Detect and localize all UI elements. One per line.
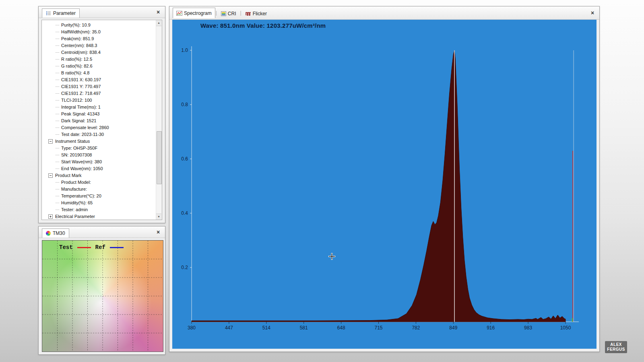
tab-label: CRI (228, 11, 236, 16)
tree-item[interactable]: R ratio(%): 12.5 (43, 56, 155, 63)
svg-text:983: 983 (524, 325, 532, 331)
tree-scrollbar[interactable]: ▲ ▼ (156, 20, 162, 220)
tree-item[interactable]: Test date: 2023-11-30 (43, 131, 155, 138)
tab-label: Parameter (53, 10, 76, 16)
cri-icon (221, 11, 226, 16)
collapse-icon[interactable] (48, 139, 53, 144)
svg-text:581: 581 (300, 325, 308, 331)
svg-text:514: 514 (262, 325, 270, 331)
svg-text:648: 648 (337, 325, 345, 331)
tree-item[interactable]: Peak(nm): 851.9 (43, 35, 155, 42)
tree-connector (56, 93, 59, 94)
scroll-up-icon[interactable]: ▲ (156, 20, 161, 26)
tree-item[interactable]: Integral Time(ms): 1 (43, 104, 155, 111)
tree-item[interactable]: Humidity(%): 65 (43, 200, 155, 206)
tree-label: SN: 201907308 (61, 152, 92, 158)
close-icon[interactable]: × (589, 10, 596, 16)
tab-tm30[interactable]: TM30 (42, 228, 69, 238)
svg-text:0.2: 0.2 (181, 265, 188, 270)
tree-item[interactable]: End Wave(nm): 1050 (43, 165, 155, 172)
tree-item[interactable]: B ratio(%): 4.8 (43, 70, 155, 76)
crosshair-cursor (328, 253, 335, 260)
tree-item[interactable]: HalfWidth(nm): 35.0 (43, 29, 155, 35)
tab-parameter[interactable]: Parameter (42, 8, 80, 18)
tree-connector (56, 32, 59, 32)
tree-connector (56, 107, 59, 107)
tree-label: Center(nm): 848.3 (61, 42, 97, 49)
tree-item[interactable]: Temperature(°C): 20 (43, 193, 155, 200)
tab-separator: | (240, 10, 242, 16)
collapse-icon[interactable] (48, 173, 53, 178)
tree-item[interactable]: Center(nm): 848.3 (43, 42, 155, 49)
tree-connector (56, 66, 59, 66)
tree-label: Purity(%): 10.9 (61, 22, 91, 29)
expand-icon[interactable] (48, 214, 53, 219)
tree-connector (56, 114, 59, 114)
tree-label: Tester: admin (61, 206, 88, 213)
tm30-legend: TestRef (59, 244, 124, 251)
tree-connector (56, 196, 59, 196)
tree-connector (56, 25, 59, 25)
tab-flicker[interactable]: Flicker (242, 9, 270, 18)
tree-item[interactable]: CIE1931 Z: 718.497 (43, 90, 155, 97)
tree-node[interactable]: Electrical Parameter (43, 213, 155, 220)
tree-label: R ratio(%): 12.5 (61, 56, 92, 63)
watermark-badge: ALEX FERGUS (605, 341, 627, 353)
tree-connector (56, 182, 59, 183)
tree-label: B ratio(%): 4.8 (61, 70, 89, 76)
tree-connector (56, 210, 59, 210)
tree-node[interactable]: Product Mark (43, 172, 155, 179)
tree-item[interactable]: Centroid(nm): 838.4 (43, 49, 155, 56)
tree-item[interactable]: Peak Signal: 41343 (43, 111, 155, 117)
tree-item[interactable]: Type: OHSP-350F (43, 145, 155, 152)
tab-label: Spectrogram (184, 10, 212, 16)
legend-label-test: Test (59, 244, 73, 251)
tm30-color-wheel-icon (46, 231, 51, 236)
tree-label: CIE1931 Y: 770.497 (61, 83, 101, 90)
app-window: Parameter × Purity(%): 10.9HalfWidth(nm)… (0, 0, 644, 362)
tree-label: TLCI-2012: 100 (61, 97, 92, 104)
tree-item[interactable]: CIE1931 X: 630.197 (43, 76, 155, 83)
tree-connector (56, 121, 59, 121)
scroll-down-icon[interactable]: ▼ (156, 214, 161, 220)
legend-label-ref: Ref (95, 244, 105, 251)
parameter-icon (46, 11, 51, 16)
legend-line-ref (110, 247, 124, 248)
svg-text:916: 916 (487, 325, 495, 331)
tree-connector (56, 73, 59, 73)
tree-label: Centroid(nm): 838.4 (61, 49, 101, 56)
tree-item[interactable]: Manufacture: (43, 186, 155, 193)
scrollbar-thumb[interactable] (157, 131, 162, 184)
tree-item[interactable]: SN: 201907308 (43, 152, 155, 158)
tree-label: Humidity(%): 65 (61, 200, 93, 206)
close-icon[interactable]: × (155, 9, 161, 15)
svg-text:1050: 1050 (560, 325, 571, 331)
tab-cri[interactable]: CRI (217, 9, 240, 18)
tree-item[interactable]: G ratio(%): 82.6 (43, 63, 155, 70)
tree-item[interactable]: TLCI-2012: 100 (43, 97, 155, 104)
spectrogram-panel: Spectrogram|CRI|Flicker × 0.20.40.60.81.… (169, 6, 600, 352)
tree-item[interactable]: Tester: admin (43, 206, 155, 213)
spectrogram-titlebar: Spectrogram|CRI|Flicker × (169, 6, 599, 20)
tab-spectrogram[interactable]: Spectrogram (173, 8, 215, 18)
tree-item[interactable]: Purity(%): 10.9 (43, 22, 155, 29)
tree-item[interactable]: Dark Signal: 1521 (43, 117, 155, 124)
tree-connector (56, 148, 59, 148)
tree-label: Integral Time(ms): 1 (61, 104, 101, 111)
tree-item[interactable]: CIE1931 Y: 770.497 (43, 83, 155, 90)
tree-item[interactable]: Start Wave(nm): 380 (43, 158, 155, 165)
tree-item[interactable]: Product Model: (43, 179, 155, 186)
tree-label: Product Model: (61, 179, 91, 186)
tree-label: CIE1931 Z: 718.497 (61, 90, 101, 97)
tree-label: Compensate level: 2860 (61, 124, 109, 131)
tree-label: Peak(nm): 851.9 (61, 35, 94, 42)
spectrogram-plot[interactable]: 0.20.40.60.81.03804475145816487157828499… (172, 20, 597, 349)
close-icon[interactable]: × (155, 229, 161, 235)
spectrogram-icon (176, 11, 182, 16)
tree-item[interactable]: Compensate level: 2860 (43, 124, 155, 131)
tree-connector (56, 39, 59, 39)
tree-connector (56, 169, 59, 169)
tree-node[interactable]: Instrument Status (43, 138, 155, 145)
svg-text:447: 447 (225, 325, 233, 331)
tree-connector (56, 52, 59, 53)
